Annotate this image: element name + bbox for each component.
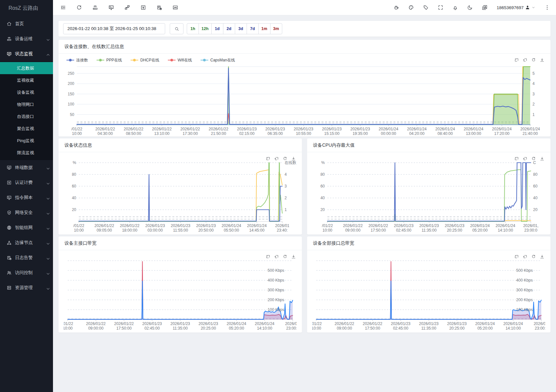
main-interface-bandwidth-chart[interactable]: 100 Kbps200 Kbps300 Kbps400 Kbps500 Kbps… xyxy=(64,253,297,333)
top-header: 18653697697 xyxy=(53,0,556,15)
download-icon[interactable] xyxy=(540,57,545,62)
zoom-select-icon[interactable] xyxy=(514,57,519,62)
sidebar-subitem-rate-limit-monitor[interactable]: 限流监视 xyxy=(0,147,53,159)
header-refresh-button[interactable] xyxy=(76,5,82,10)
coffee-icon xyxy=(393,5,399,10)
panel-main-interface-bandwidth: 设备主接口带宽 100 Kbps200 Kbps300 Kbps400 Kbps… xyxy=(59,237,302,333)
more-menu-button[interactable] xyxy=(544,5,550,10)
sidebar-item-terminal-data[interactable]: 终端数据 xyxy=(0,160,53,175)
svg-text:05:20:00: 05:20:00 xyxy=(472,228,488,233)
range-button-3d[interactable]: 3d xyxy=(235,23,247,34)
header-bell-button[interactable] xyxy=(452,5,458,10)
zoom-back-icon[interactable] xyxy=(523,156,528,161)
svg-text:10:55:00: 10:55:00 xyxy=(296,131,311,136)
shield-icon xyxy=(7,210,12,215)
restore-icon[interactable] xyxy=(283,254,287,259)
zoom-select-icon[interactable] xyxy=(514,156,519,161)
svg-text:60: 60 xyxy=(72,184,77,188)
sidebar-item-network-security[interactable]: 网络安全 xyxy=(0,205,53,220)
sidebar-item-auth-billing[interactable]: 认证计费 xyxy=(0,175,53,190)
sidebar-subitem-aggregate-monitor[interactable]: 聚合监视 xyxy=(0,122,53,135)
header-billing-button[interactable] xyxy=(140,5,146,10)
sidebar-subitem-physical-port[interactable]: 物理网口 xyxy=(0,98,53,110)
range-button-2d[interactable]: 2d xyxy=(223,23,235,34)
range-button-12h[interactable]: 12h xyxy=(199,23,212,34)
legend-item[interactable]: 连接数 xyxy=(66,57,88,63)
range-button-1h[interactable]: 1h xyxy=(187,23,199,34)
sidebar-subitem-custom-port[interactable]: 自选接口 xyxy=(0,110,53,122)
header-log-button[interactable] xyxy=(156,5,162,10)
range-button-7d[interactable]: 7d xyxy=(247,23,259,34)
header-terminal-button[interactable] xyxy=(108,5,114,10)
header-topology-button[interactable] xyxy=(124,5,130,10)
tag-icon xyxy=(423,5,429,10)
download-icon[interactable] xyxy=(540,156,545,161)
range-button-1d[interactable]: 1d xyxy=(211,23,223,34)
svg-text:19:35:00: 19:35:00 xyxy=(353,131,368,136)
user-menu[interactable]: 18653697697 xyxy=(496,5,535,10)
svg-text:80: 80 xyxy=(321,172,325,177)
zoom-select-icon[interactable] xyxy=(266,254,270,259)
search-button[interactable] xyxy=(170,23,183,34)
svg-text:02:15:00: 02:15:00 xyxy=(239,131,254,136)
sidebar-item-status-monitor[interactable]: 状态监视 xyxy=(0,46,53,61)
date-range-input[interactable]: 2026-01-22 00:10:38 至 2026-01-25 00:10:3… xyxy=(63,23,165,34)
svg-text:100: 100 xyxy=(68,102,74,106)
restore-icon[interactable] xyxy=(283,156,287,161)
chart-wrap: 2020404060608080%C/01/2210:002026/01/220… xyxy=(307,152,550,235)
zoom-back-icon[interactable] xyxy=(523,254,528,259)
svg-text:100 Kbps: 100 Kbps xyxy=(516,307,533,312)
download-icon[interactable] xyxy=(540,254,545,259)
total-bandwidth-chart[interactable]: 100 Kbps200 Kbps300 Kbps400 Kbps500 Kbps… xyxy=(312,253,545,333)
device-status-chart[interactable]: 201402603804%在线数/01/2210:002026/01/2209:… xyxy=(64,155,297,235)
svg-text:13:10:00: 13:10:00 xyxy=(154,131,170,136)
svg-text:200 Kbps: 200 Kbps xyxy=(516,298,533,302)
zoom-back-icon[interactable] xyxy=(274,254,279,259)
sidebar-item-command-script[interactable]: 指令脚本 xyxy=(0,190,53,205)
sidebar-item-edge-node[interactable]: 边缘节点 xyxy=(0,235,53,250)
cpu-memory-chart[interactable]: 2020404060608080%C/01/2210:002026/01/220… xyxy=(312,155,545,235)
zoom-select-icon[interactable] xyxy=(266,156,270,161)
download-icon[interactable] xyxy=(291,156,296,161)
restore-icon[interactable] xyxy=(531,156,536,161)
billing-icon xyxy=(140,5,146,10)
restore-icon[interactable] xyxy=(531,254,536,259)
download-icon xyxy=(540,57,545,62)
sidebar-subitem-summary-data[interactable]: 汇总数据 xyxy=(0,62,53,74)
connections-summary-chart[interactable]: 5011002150320042505/01/2210:002026/01/22… xyxy=(64,64,545,137)
range-button-3m[interactable]: 3m xyxy=(270,23,282,34)
legend-item[interactable]: CapsMan在线 xyxy=(200,57,235,63)
legend-item[interactable]: Wifi在线 xyxy=(168,57,192,63)
download-icon[interactable] xyxy=(291,254,296,259)
header-tag-button[interactable] xyxy=(423,5,429,10)
header-translate-button[interactable] xyxy=(482,5,488,10)
zoom-select-icon[interactable] xyxy=(514,254,519,259)
sidebar-item-log-alert[interactable]: 日志告警 xyxy=(0,250,53,265)
panel-title: 设备CPU内存最大值 xyxy=(313,142,355,148)
zoom-back-icon[interactable] xyxy=(274,156,279,161)
range-button-1m[interactable]: 1m xyxy=(258,23,270,34)
sidebar-item-smart-network[interactable]: 智能组网 xyxy=(0,220,53,235)
header-collapse-button[interactable] xyxy=(60,5,66,10)
header-coffee-button[interactable] xyxy=(393,5,399,10)
svg-text:4: 4 xyxy=(285,172,287,177)
sidebar-subitem-device-monitor[interactable]: 设备监视 xyxy=(0,86,53,98)
header-fullscreen-button[interactable] xyxy=(438,5,443,10)
svg-text:05:50:00: 05:50:00 xyxy=(224,228,239,233)
sidebar-item-device-ops[interactable]: 设备运维 xyxy=(0,31,53,46)
header-router-button[interactable] xyxy=(92,5,98,10)
legend-item[interactable]: PPP在线 xyxy=(96,57,122,63)
header-moon-button[interactable] xyxy=(467,5,473,10)
sidebar-item-home[interactable]: 首页 xyxy=(0,16,53,31)
sidebar-item-resource-mgmt[interactable]: 资源管理 xyxy=(0,280,53,295)
sidebar-item-access-control[interactable]: 访问控制 xyxy=(0,265,53,280)
main-area: 18653697697 2026-01-22 00:10:38 至 2026-0… xyxy=(53,0,556,392)
header-palette-button[interactable] xyxy=(408,5,414,10)
restore-icon[interactable] xyxy=(531,57,536,62)
restore-icon xyxy=(531,57,536,62)
sidebar-subitem-ping-monitor[interactable]: Ping监视 xyxy=(0,135,53,147)
zoom-back-icon[interactable] xyxy=(523,57,528,62)
sidebar-subitem-monitor-favorites[interactable]: 监视收藏 xyxy=(0,74,53,86)
header-image-chart-button[interactable] xyxy=(172,5,178,10)
legend-item[interactable]: DHCP在线 xyxy=(130,57,159,63)
